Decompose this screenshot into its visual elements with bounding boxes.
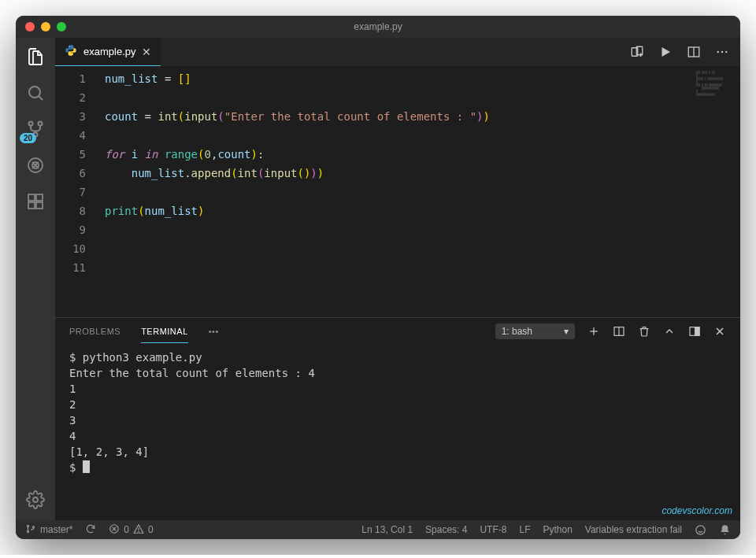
svg-point-20: [725, 51, 727, 53]
svg-point-3: [39, 122, 43, 126]
panel-tab-problems[interactable]: PROBLEMS: [69, 320, 120, 342]
svg-rect-7: [28, 194, 35, 201]
panel-tab-more[interactable]: •••: [209, 320, 219, 342]
warning-count: 0: [148, 524, 154, 535]
code-area[interactable]: num_list = [] count = int(input("Enter t…: [98, 66, 693, 317]
minimap[interactable]: ███ ████ █ ██ █ █████ █ ███████████ █ ██…: [693, 66, 740, 317]
editor[interactable]: 1234567891011 num_list = [] count = int(…: [55, 66, 740, 317]
problems-status[interactable]: 0 0: [109, 523, 153, 537]
terminal-name: 1: bash: [502, 326, 532, 337]
terminal[interactable]: $ python3 example.py Enter the total cou…: [55, 345, 740, 520]
split-editor-icon[interactable]: [687, 45, 701, 59]
svg-rect-10: [36, 194, 43, 201]
warning-icon: [133, 523, 144, 537]
tab-close-icon[interactable]: ✕: [142, 46, 151, 58]
language-mode[interactable]: Python: [543, 524, 572, 535]
search-icon[interactable]: [24, 82, 46, 104]
source-control-icon[interactable]: 20: [24, 118, 46, 140]
svg-rect-26: [695, 327, 699, 336]
editor-actions: [619, 38, 740, 66]
svg-rect-9: [36, 202, 43, 209]
new-terminal-icon[interactable]: [587, 325, 600, 338]
panel-tab-terminal[interactable]: TERMINAL: [141, 320, 188, 343]
kill-terminal-icon[interactable]: [638, 325, 650, 338]
indentation[interactable]: Spaces: 4: [425, 524, 467, 535]
maximize-panel-icon[interactable]: [663, 325, 676, 338]
sync-icon: [85, 523, 96, 537]
svg-point-2: [29, 122, 33, 126]
svg-point-30: [27, 530, 28, 532]
error-icon: [109, 523, 120, 537]
feedback-icon[interactable]: [695, 524, 706, 536]
svg-point-13: [72, 54, 72, 54]
run-icon[interactable]: [658, 45, 673, 59]
svg-point-19: [721, 51, 723, 53]
error-count: 0: [124, 524, 129, 535]
branch-name: master*: [40, 524, 72, 535]
eol[interactable]: LF: [519, 524, 530, 535]
svg-rect-8: [28, 202, 35, 209]
explorer-icon[interactable]: [24, 46, 46, 68]
panel-tabs: PROBLEMS TERMINAL ••• 1: bash ▾: [55, 318, 740, 345]
sync-button[interactable]: [85, 523, 96, 537]
notifications-icon[interactable]: [719, 524, 731, 536]
status-bar: master* 0 0 Ln 13, Col 1 Spaces: 4 UTF-8…: [16, 520, 740, 539]
vscode-window: example.py 20: [16, 16, 740, 539]
bottom-panel: PROBLEMS TERMINAL ••• 1: bash ▾: [55, 317, 740, 520]
split-terminal-icon[interactable]: [613, 325, 625, 338]
tabs-row: example.py ✕: [55, 38, 740, 66]
titlebar: example.py: [16, 16, 740, 38]
panel-actions: 1: bash ▾: [495, 323, 726, 339]
terminal-selector[interactable]: 1: bash ▾: [495, 323, 575, 339]
settings-gear-icon[interactable]: [24, 489, 46, 511]
body: 20 example.py ✕: [16, 38, 740, 520]
compare-changes-icon[interactable]: [630, 45, 644, 59]
toggle-panel-icon[interactable]: [688, 325, 701, 338]
svg-point-11: [33, 497, 38, 502]
tab-example-py[interactable]: example.py ✕: [55, 38, 161, 66]
line-number-gutter: 1234567891011: [55, 66, 98, 317]
svg-point-0: [29, 87, 40, 98]
scm-badge: 20: [20, 133, 36, 143]
cursor-position[interactable]: Ln 13, Col 1: [361, 524, 413, 535]
svg-point-31: [32, 526, 34, 527]
svg-point-12: [69, 46, 69, 47]
svg-point-37: [696, 525, 705, 534]
svg-point-29: [27, 525, 28, 527]
svg-point-36: [139, 531, 139, 532]
python-file-icon: [65, 44, 77, 59]
extensions-icon[interactable]: [24, 190, 46, 212]
tab-filename: example.py: [83, 46, 135, 57]
activity-bar: 20: [16, 38, 55, 520]
svg-point-18: [717, 51, 719, 53]
window-title: example.py: [16, 21, 740, 32]
encoding[interactable]: UTF-8: [480, 524, 506, 535]
status-extra[interactable]: Variables extraction fail: [585, 524, 682, 535]
debug-icon[interactable]: [24, 154, 46, 176]
dropdown-icon: ▾: [564, 326, 569, 337]
more-actions-icon[interactable]: [715, 45, 729, 59]
git-branch[interactable]: master*: [25, 523, 72, 537]
svg-line-1: [39, 96, 43, 100]
close-panel-icon[interactable]: [713, 325, 726, 338]
branch-icon: [25, 523, 36, 537]
watermark: codevscolor.com: [662, 503, 732, 519]
main-area: example.py ✕ 1234567891011 num_list = []…: [55, 38, 740, 520]
